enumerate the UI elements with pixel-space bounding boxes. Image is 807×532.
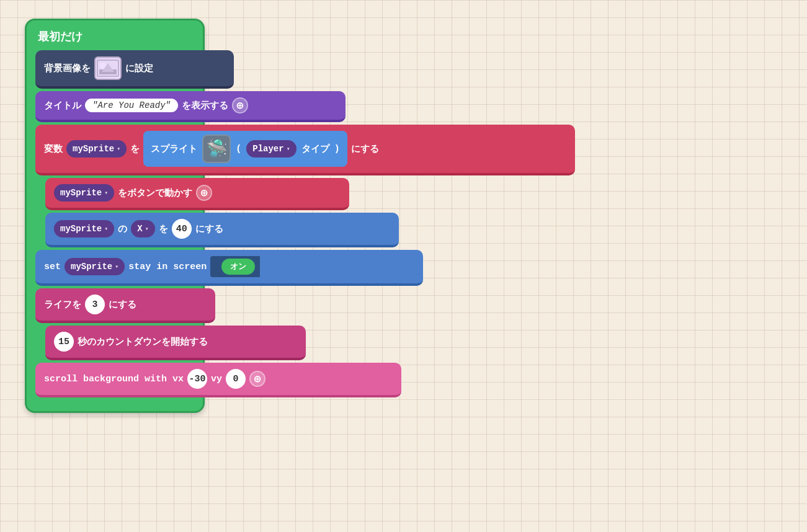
sprite-thumbnail[interactable]: 🛸 — [202, 135, 231, 163]
title-text-1: タイトル — [44, 100, 81, 112]
move-plus-button[interactable]: ⊕ — [196, 185, 212, 201]
life-text-2: にする — [109, 299, 136, 311]
block-sprite-set: 変数 mySprite ▾ を スプライト 🛸 ( Player ▾ — [35, 125, 575, 175]
stay-in-screen-text: stay in screen — [128, 262, 207, 272]
toggle-container[interactable]: オン — [210, 256, 260, 277]
scroll-text: scroll background with vx — [44, 374, 184, 384]
wo-text: を — [130, 143, 140, 155]
nisuru-text: にする — [195, 223, 223, 235]
set-text: set — [44, 262, 61, 272]
block-move-button: mySprite ▾ をボタンで動かす ⊕ — [45, 178, 349, 210]
sprite-sub-block: スプライト 🛸 ( Player ▾ タイプ ) — [143, 131, 347, 167]
no-text: の — [118, 223, 127, 235]
wo-text-2: を — [159, 223, 168, 235]
vy-text: vy — [211, 374, 222, 384]
button-move-text: をボタンで動かす — [118, 187, 192, 199]
workspace: 最初だけ 背景画像を に設定 タイトル — [25, 19, 205, 413]
sprite-text: スプライト — [151, 143, 197, 155]
block-set-x: mySprite ▾ の X ▾ を 40 にする — [45, 213, 399, 247]
vx-value[interactable]: -30 — [187, 369, 207, 389]
are-you-ready-value[interactable]: "Are You Ready" — [85, 99, 178, 112]
var-text: 変数 — [44, 143, 63, 155]
life-value[interactable]: 3 — [85, 295, 105, 314]
countdown-value[interactable]: 15 — [54, 332, 74, 352]
block-bg-set: 背景画像を に設定 — [35, 50, 234, 89]
player-dropdown[interactable]: Player ▾ — [246, 140, 296, 157]
paren-open: ( — [236, 144, 241, 154]
block-title-show: タイトル "Are You Ready" を表示する ⊕ — [35, 91, 346, 122]
paren-close: ) — [334, 144, 340, 154]
bg-text-2: に設定 — [125, 63, 153, 74]
block-scroll-bg: scroll background with vx -30 vy 0 ⊕ — [35, 363, 401, 397]
title-plus-button[interactable]: ⊕ — [232, 97, 248, 113]
hat-block: 最初だけ 背景画像を に設定 タイトル — [25, 19, 205, 413]
scroll-plus-button[interactable]: ⊕ — [249, 371, 265, 387]
x-dropdown[interactable]: X ▾ — [131, 220, 154, 237]
block-countdown: 15 秒のカウントダウンを開始する — [45, 326, 306, 360]
mysprite-dropdown-2[interactable]: mySprite ▾ — [54, 184, 114, 202]
hat-label: 最初だけ — [35, 29, 194, 44]
blocks-sequence: 背景画像を に設定 タイトル "Are You Ready" — [35, 50, 194, 400]
ni-suru-text: にする — [351, 143, 379, 155]
bg-thumbnail[interactable] — [94, 56, 122, 80]
type-label: タイプ — [301, 143, 329, 155]
block-stay-screen: set mySprite ▾ stay in screen オン — [35, 250, 423, 286]
mysprite-dropdown-3[interactable]: mySprite ▾ — [54, 220, 114, 237]
title-text-2: を表示する — [182, 100, 228, 112]
vy-value[interactable]: 0 — [226, 369, 246, 389]
mysprite-dropdown-4[interactable]: mySprite ▾ — [65, 258, 125, 275]
toggle-on-button[interactable]: オン — [221, 259, 255, 275]
x-value[interactable]: 40 — [172, 219, 192, 239]
mysprite-dropdown-1[interactable]: mySprite ▾ — [66, 140, 127, 157]
bg-text-1: 背景画像を — [44, 63, 91, 74]
countdown-text: 秒のカウントダウンを開始する — [78, 336, 208, 348]
life-text-1: ライフを — [44, 299, 81, 311]
block-life-set: ライフを 3 にする — [35, 288, 215, 323]
